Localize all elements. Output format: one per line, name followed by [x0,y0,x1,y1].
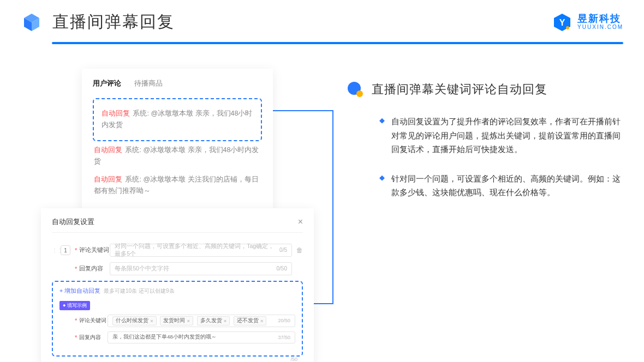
section-title: 直播间弹幕关键词评论自动回复 [372,81,547,98]
bullet-text: 针对同一个问题，可设置多个相近的、高频的关键词。例如：这款多少钱、这块能优惠吗、… [391,172,623,200]
connector-line [273,110,333,111]
form-row-content: * 回复内容 每条限50个中文字符 0/50 [52,262,303,275]
example-content-value: 亲，我们这边都是下单48小时内发货的哦～ [112,334,278,341]
example-block: + 增加自动回复 最多可建10条 还可以创建9条 ● 填写示例 * 评论关键词 … [52,281,303,357]
add-auto-reply-link[interactable]: + 增加自动回复 最多可建10条 还可以创建9条 [59,287,295,295]
required-dot: * [75,317,77,324]
example-badge: ● 填写示例 [59,301,90,310]
example-keyword-input[interactable]: 什么时候发货 发货时间 多久发货 还不发货 20/50 [108,315,295,327]
right-column: 直播间弹幕关键词评论自动回复 ◆ 自动回复设置为了提升作者的评论回复效率，作者可… [347,69,623,362]
field-label-keyword: 评论关键词 [79,246,110,254]
brand-text: 昱新科技 YUUXIN.COM [577,14,623,31]
comment-line: 自动回复 系统: @冰墩墩本墩 亲亲，我们48小时内发货 [100,105,254,135]
placeholder-text: 对同一个问题，可设置多个相近、高频的关键词，Tag确定，最多5个 [115,243,279,258]
settings-card: 自动回复设置 × ⋮⋮ 1 * 评论关键词 对同一个问题，可设置多个相近、高频的… [41,208,314,363]
field-label-content: 回复内容 [79,264,110,273]
close-icon[interactable]: × [298,217,303,227]
page-title: 直播间弹幕回复 [52,11,175,33]
drag-handle-icon[interactable]: ⋮⋮ [52,247,58,253]
settings-body: ⋮⋮ 1 * 评论关键词 对同一个问题，可设置多个相近、高频的关键词，Tag确定… [52,233,303,357]
comment-line: 自动回复 系统: @冰墩墩本墩 关注我们的店铺，每日都有热门推荐呦～ [93,171,262,201]
comment-card: 用户评论 待播商品 自动回复 系统: @冰墩墩本墩 亲亲，我们48小时内发货 自… [82,69,273,212]
auto-reply-tag: 自动回复 [94,176,122,183]
brand-name-en: YUUXIN.COM [577,23,623,31]
example-row-keyword: * 评论关键词 什么时候发货 发货时间 多久发货 还不发货 20/50 [59,315,295,327]
tab-pending-goods[interactable]: 待播商品 [134,79,163,88]
left-column: 用户评论 待播商品 自动回复 系统: @冰墩墩本墩 亲亲，我们48小时内发货 自… [41,69,314,362]
char-counter: /50 [290,357,297,362]
keyword-tag[interactable]: 发货时间 [160,316,193,325]
row-number: 1 [61,245,70,255]
keyword-tag[interactable]: 什么时候发货 [112,316,157,325]
highlighted-comment: 自动回复 系统: @冰墩墩本墩 亲亲，我们48小时内发货 [93,98,262,141]
bullet-item: ◆ 自动回复设置为了提升作者的评论回复效率，作者可在开播前针对常见的评论用户问题… [379,114,623,156]
connector-line [332,110,333,304]
tab-user-comments[interactable]: 用户评论 [93,79,121,88]
field-label-keyword: 评论关键词 [79,317,108,324]
header-left: 直播间弹幕回复 [21,11,175,33]
delete-icon[interactable]: 🗑 [296,246,303,254]
example-content-input[interactable]: 亲，我们这边都是下单48小时内发货的哦～ 37/50 [108,331,295,343]
add-auto-label: + 增加自动回复 [59,287,100,295]
required-dot: * [75,334,77,341]
placeholder-text: 每条限50个中文字符 [115,265,276,273]
svg-text:Y: Y [559,18,565,27]
cube-icon [21,11,43,33]
char-counter: 37/50 [278,335,290,340]
brand-logo-icon: Y [552,13,572,32]
svg-point-5 [566,26,569,29]
auto-reply-tag: 自动回复 [102,110,130,117]
settings-title: 自动回复设置 [52,217,94,227]
settings-header: 自动回复设置 × [52,217,303,233]
char-counter: 0/5 [279,247,287,253]
field-label-content: 回复内容 [79,334,108,341]
char-counter: 20/50 [278,318,290,323]
chat-bubble-icon [347,81,364,98]
keyword-input[interactable]: 对同一个问题，可设置多个相近、高频的关键词，Tag确定，最多5个 0/5 [110,244,292,257]
bullet-text: 自动回复设置为了提升作者的评论回复效率，作者可在开播前针对常见的评论用户问题，提… [391,114,623,156]
add-auto-hint: 最多可建10条 还可以创建9条 [104,287,174,295]
brand-name-cn: 昱新科技 [577,14,621,23]
page-header: 直播间弹幕回复 Y 昱新科技 YUUXIN.COM [0,0,644,39]
svg-point-7 [356,90,363,97]
required-dot: * [75,247,77,254]
comment-line: 自动回复 系统: @冰墩墩本墩 亲亲，我们48小时内发货 [93,141,262,171]
keyword-tag[interactable]: 多久发货 [197,316,230,325]
bullet-item: ◆ 针对同一个问题，可设置多个相近的、高频的关键词。例如：这款多少钱、这块能优惠… [379,172,623,200]
brand-block: Y 昱新科技 YUUXIN.COM [552,13,623,32]
diamond-icon: ◆ [379,116,385,156]
char-counter: 0/50 [277,266,287,272]
section-heading: 直播间弹幕关键词评论自动回复 [347,81,623,98]
content-input[interactable]: 每条限50个中文字符 0/50 [110,262,292,275]
comment-tabs: 用户评论 待播商品 [93,79,262,95]
auto-reply-tag: 自动回复 [94,146,122,154]
keyword-tag[interactable]: 还不发货 [234,316,267,325]
main-content: 用户评论 待播商品 自动回复 系统: @冰墩墩本墩 亲亲，我们48小时内发货 自… [0,44,644,362]
diamond-icon: ◆ [379,173,385,200]
form-row-keyword: ⋮⋮ 1 * 评论关键词 对同一个问题，可设置多个相近、高频的关键词，Tag确定… [52,244,303,257]
required-dot: * [75,266,77,272]
example-row-content: * 回复内容 亲，我们这边都是下单48小时内发货的哦～ 37/50 [59,331,295,343]
